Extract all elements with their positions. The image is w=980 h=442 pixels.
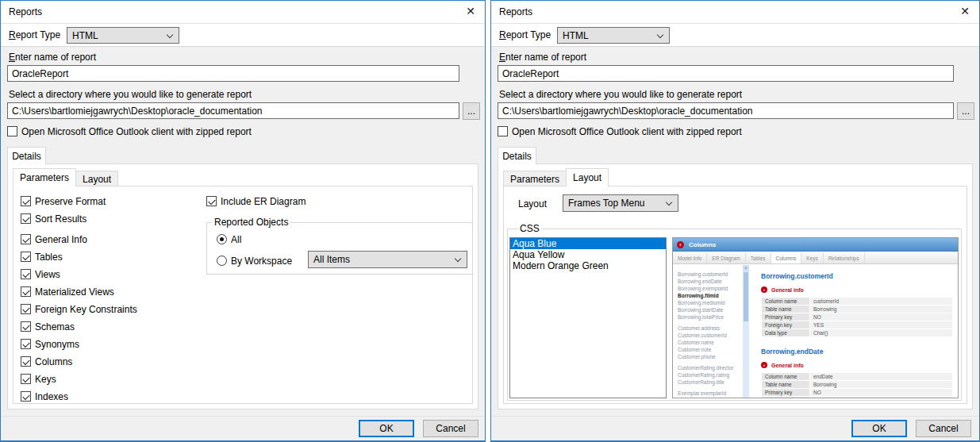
tab-layout[interactable]: Layout xyxy=(75,171,118,186)
preview-tab-tables: Tables xyxy=(746,252,771,263)
preview-list-item: CustomerRating.director xyxy=(678,364,743,371)
preview-tab-keys: Keys xyxy=(801,252,823,263)
dialog-body: Enter name of report Select a directory … xyxy=(491,46,979,416)
browse-button[interactable]: ... xyxy=(957,102,974,120)
checkbox-indexes[interactable]: Indexes xyxy=(21,390,137,402)
close-icon[interactable]: ✕ xyxy=(960,5,970,17)
table-row: Table nameBorrowing xyxy=(762,381,952,388)
report-type-label: Report Type xyxy=(9,29,60,40)
radio-by-workspace[interactable]: By Workspace xyxy=(217,255,292,267)
checkbox-schemas[interactable]: Schemas xyxy=(21,321,137,332)
directory-input[interactable] xyxy=(7,102,459,119)
radio-all[interactable]: All xyxy=(217,233,241,245)
browse-button[interactable]: ... xyxy=(463,102,480,120)
preview-list-item: Customer.name xyxy=(678,339,743,346)
scrollbar-thumb xyxy=(744,272,748,321)
title-bar: Reports ✕ xyxy=(1,1,485,23)
dialog-body: Enter name of report Select a directory … xyxy=(1,46,485,416)
table-row: Column namecustomerId xyxy=(762,298,952,305)
checkbox-foreign-key-constraints[interactable]: Foreign Key Constraints xyxy=(21,303,137,315)
outlook-checkbox-label: Open Microsoft Office Outlook client wit… xyxy=(512,126,742,137)
outlook-checkbox[interactable]: Open Microsoft Office Outlook client wit… xyxy=(498,125,742,137)
checkbox-keys[interactable]: Keys xyxy=(21,373,137,385)
preview-info-table: Column nameendDate Table nameBorrowing P… xyxy=(761,372,953,398)
general-info-label: General info xyxy=(771,363,804,368)
workspace-select[interactable]: All Items xyxy=(308,251,467,268)
table-row: Data typeChar() xyxy=(762,329,952,336)
checkbox-label: Synonyms xyxy=(35,339,79,350)
preview-tab-columns: Columns xyxy=(771,252,802,263)
preview-section: Borrowing.customerId ‹ General info Colu… xyxy=(761,272,953,337)
table-row: Primary keyNO xyxy=(762,313,952,321)
report-type-select[interactable]: HTML xyxy=(557,27,670,44)
checkbox-label: Preserve Format xyxy=(35,196,106,207)
general-info-label: General info xyxy=(771,287,804,293)
report-type-bar: Report Type HTML xyxy=(491,23,979,46)
cell-value: Borrowing xyxy=(810,381,952,388)
checkbox-preserve-format[interactable]: Preserve Format xyxy=(21,195,137,207)
checkbox-synonyms[interactable]: Synonyms xyxy=(21,338,137,350)
list-item-modern-orange-green[interactable]: Modern Orange Green xyxy=(510,260,666,271)
parameter-checkbox-list: Preserve Format Sort Results General Inf… xyxy=(21,195,137,408)
report-type-value: HTML xyxy=(563,30,589,41)
checkbox-checked-icon xyxy=(21,196,31,206)
workspace-value: All Items xyxy=(313,254,350,265)
checkbox-label: Views xyxy=(35,269,60,280)
tab-layout[interactable]: Layout xyxy=(566,168,609,186)
checkbox-materialized-views[interactable]: Materialized Views xyxy=(21,286,137,298)
directory-input[interactable] xyxy=(498,102,954,119)
table-row: Foreign keyNO xyxy=(762,397,952,398)
list-item-aqua-blue[interactable]: Aqua Blue xyxy=(510,238,666,249)
list-item-aqua-yellow[interactable]: Aqua Yellow xyxy=(510,249,666,260)
layout-select[interactable]: Frames Top Menu xyxy=(563,194,678,212)
report-name-label: Enter name of report xyxy=(9,52,96,63)
radio-label: By Workspace xyxy=(231,256,292,267)
collapse-arrow-icon: ‹ xyxy=(761,286,767,293)
report-name-input[interactable] xyxy=(498,65,954,82)
checkbox-sort-results[interactable]: Sort Results xyxy=(21,213,137,225)
reported-objects-title: Reported Objects xyxy=(212,217,290,228)
cancel-button[interactable]: Cancel xyxy=(423,420,478,437)
ok-button[interactable]: OK xyxy=(851,420,907,437)
preview-list-item: Borrowing.startDate xyxy=(678,306,743,313)
cell-label: Foreign key xyxy=(762,321,809,329)
preview-list-item: Borrowing.customerId xyxy=(678,271,743,278)
chevron-down-icon xyxy=(666,199,672,206)
layout-value: Frames Top Menu xyxy=(568,198,645,209)
preview-list-item: Borrowing.endDate xyxy=(678,278,743,285)
preview-column-list: Borrowing.customerId Borrowing.endDate B… xyxy=(673,265,743,398)
preview-list-item: Borrowing.totalPrice xyxy=(678,313,743,321)
preview-general-info: ‹ General info xyxy=(761,362,953,368)
checkbox-label: Indexes xyxy=(35,391,68,402)
tab-parameters[interactable]: Parameters xyxy=(503,171,567,186)
outlook-checkbox[interactable]: Open Microsoft Office Outlook client wit… xyxy=(7,125,252,137)
tab-parameters[interactable]: Parameters xyxy=(13,168,76,186)
cell-value: customerId xyxy=(810,298,952,305)
details-panel: Parameters Layout Layout Frames Top Menu… xyxy=(498,163,973,409)
checkbox-label: Schemas xyxy=(35,321,75,332)
preview-tab-model-info: Model Info xyxy=(673,252,707,263)
report-name-input[interactable] xyxy=(7,65,459,82)
checkbox-checked-icon xyxy=(21,269,31,279)
cell-label: Column name xyxy=(762,298,809,305)
preview-list-item: Customer.address xyxy=(678,325,743,332)
report-type-select[interactable]: HTML xyxy=(67,27,179,44)
tab-details[interactable]: Details xyxy=(498,147,536,164)
parameters-page: Preserve Format Sort Results General Inf… xyxy=(13,186,473,404)
window-title: Reports xyxy=(9,6,42,17)
checkbox-checked-icon xyxy=(21,391,31,402)
checkbox-general-info[interactable]: General Info xyxy=(21,233,137,245)
close-icon[interactable]: ✕ xyxy=(466,5,475,17)
checkbox-columns[interactable]: Columns xyxy=(21,356,137,367)
preview-section: Borrowing.endDate ‹ General info Column … xyxy=(761,348,953,398)
ok-button[interactable]: OK xyxy=(359,420,414,437)
checkbox-views[interactable]: Views xyxy=(21,268,137,280)
checkbox-tables[interactable]: Tables xyxy=(21,251,137,263)
tab-details[interactable]: Details xyxy=(7,147,46,164)
preview-tab-relationships: Relationships xyxy=(824,252,865,263)
cancel-button[interactable]: Cancel xyxy=(916,420,971,437)
checkbox-label: Sort Results xyxy=(35,213,86,225)
preview-header: ‹ Columns xyxy=(673,238,958,252)
dialog-footer: OK Cancel xyxy=(491,416,979,440)
checkbox-include-er-diagram[interactable]: Include ER Diagram xyxy=(206,195,473,207)
